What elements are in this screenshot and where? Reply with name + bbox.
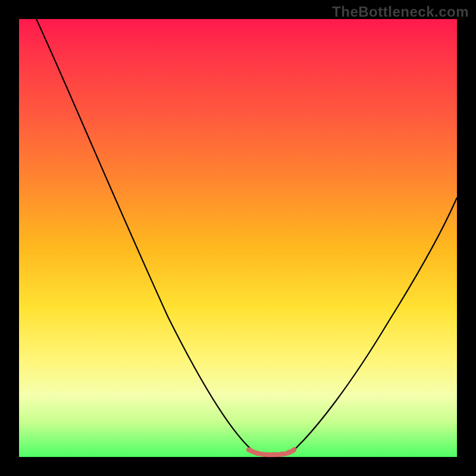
svg-point-3 bbox=[271, 452, 276, 457]
svg-point-4 bbox=[280, 452, 284, 456]
svg-point-0 bbox=[248, 447, 252, 452]
svg-point-5 bbox=[287, 450, 292, 455]
svg-point-1 bbox=[255, 451, 259, 456]
plot-area bbox=[19, 19, 457, 457]
watermark-label: TheBottleneck.com bbox=[332, 4, 469, 20]
curve-layer bbox=[19, 19, 457, 457]
svg-point-6 bbox=[292, 447, 296, 452]
curve-right bbox=[290, 198, 457, 453]
chart-frame: TheBottleneck.com bbox=[0, 0, 476, 476]
curve-left bbox=[36, 19, 256, 453]
svg-point-2 bbox=[263, 452, 268, 457]
